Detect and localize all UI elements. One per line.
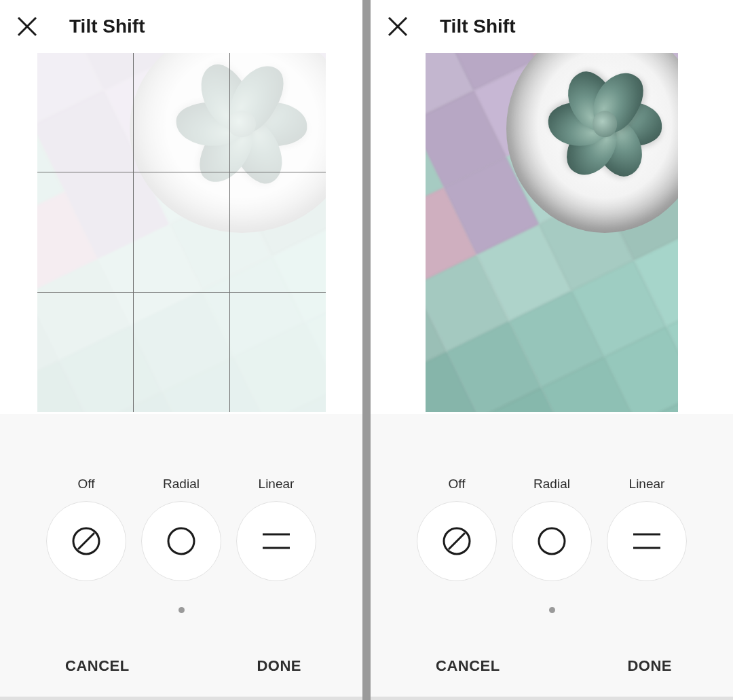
option-off: Off bbox=[413, 477, 501, 581]
linear-icon bbox=[628, 522, 666, 560]
footer: CANCEL DONE bbox=[371, 642, 733, 700]
off-icon bbox=[441, 526, 472, 557]
header: Tilt Shift bbox=[0, 0, 362, 53]
page-indicator-dot bbox=[178, 607, 185, 613]
done-button[interactable]: DONE bbox=[627, 657, 672, 675]
controls-area: Off Radial Linear CANCEL DONE bbox=[0, 414, 362, 700]
photo-preview[interactable] bbox=[426, 53, 678, 412]
screen-right: Tilt Shift Off Radial bbox=[371, 0, 733, 700]
canvas-area bbox=[0, 53, 362, 414]
option-linear: Linear bbox=[603, 477, 691, 581]
page-title: Tilt Shift bbox=[440, 16, 515, 37]
option-button-off[interactable] bbox=[46, 501, 126, 581]
option-label-radial: Radial bbox=[163, 477, 200, 492]
tilt-shift-options: Off Radial Linear bbox=[413, 477, 691, 581]
close-icon bbox=[386, 15, 409, 38]
linear-icon bbox=[257, 522, 295, 560]
cancel-button[interactable]: CANCEL bbox=[65, 657, 130, 675]
done-button[interactable]: DONE bbox=[257, 657, 301, 675]
close-icon bbox=[16, 15, 39, 38]
photo-plant bbox=[163, 53, 320, 197]
footer: CANCEL DONE bbox=[0, 642, 362, 700]
option-label-linear: Linear bbox=[259, 477, 295, 492]
option-label-radial: Radial bbox=[533, 477, 570, 492]
close-button[interactable] bbox=[14, 13, 41, 40]
photo-plant bbox=[536, 53, 674, 197]
option-button-radial[interactable] bbox=[512, 501, 592, 581]
header: Tilt Shift bbox=[371, 0, 733, 53]
option-button-linear[interactable] bbox=[236, 501, 316, 581]
controls-area: Off Radial Linear CANCEL DONE bbox=[371, 414, 733, 700]
canvas-area bbox=[371, 53, 733, 414]
option-label-off: Off bbox=[449, 477, 466, 492]
svg-line-3 bbox=[78, 533, 94, 549]
option-label-off: Off bbox=[78, 477, 95, 492]
option-button-radial[interactable] bbox=[141, 501, 221, 581]
off-icon bbox=[71, 526, 102, 557]
radial-icon bbox=[536, 526, 567, 557]
bottom-edge bbox=[371, 697, 733, 700]
screen-left: Tilt Shift Off bbox=[0, 0, 362, 700]
close-button[interactable] bbox=[384, 13, 411, 40]
tilt-shift-options: Off Radial Linear bbox=[42, 477, 320, 581]
page-indicator-dot bbox=[549, 607, 555, 613]
option-radial: Radial bbox=[508, 477, 596, 581]
option-button-linear[interactable] bbox=[607, 501, 687, 581]
option-button-off[interactable] bbox=[417, 501, 497, 581]
svg-point-4 bbox=[168, 528, 194, 554]
option-radial: Radial bbox=[137, 477, 225, 581]
bottom-edge bbox=[0, 697, 362, 700]
cancel-button[interactable]: CANCEL bbox=[436, 657, 500, 675]
option-off: Off bbox=[42, 477, 130, 581]
photo-pot bbox=[506, 53, 678, 233]
svg-line-10 bbox=[449, 533, 465, 549]
photo-preview[interactable] bbox=[37, 53, 326, 412]
photo-pot bbox=[130, 53, 326, 233]
page-title: Tilt Shift bbox=[69, 16, 145, 37]
radial-icon bbox=[166, 526, 197, 557]
option-linear: Linear bbox=[232, 477, 320, 581]
option-label-linear: Linear bbox=[629, 477, 665, 492]
svg-point-11 bbox=[539, 528, 565, 554]
